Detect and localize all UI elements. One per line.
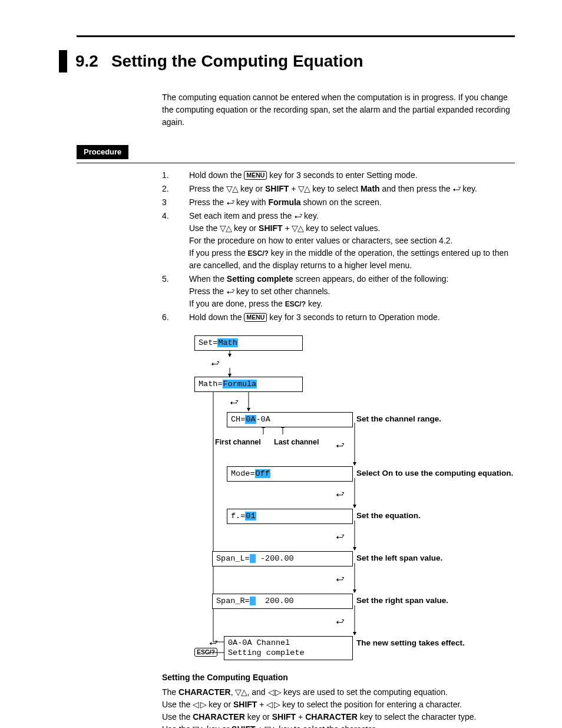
step-1: 1. Hold down the MENU key for 3 seconds …: [162, 169, 515, 182]
diagram-note-done: The new setting takes effect.: [356, 637, 465, 649]
leftright-key-icon: ◁ ▷: [266, 700, 280, 709]
procedure-label: Procedure: [77, 145, 128, 159]
bottom-heading: Setting the Computing Equation: [162, 671, 515, 684]
bottom-line-3: Use the CHARACTER key or SHIFT + CHARACT…: [162, 711, 515, 723]
updown-key-icon: ▽△: [226, 184, 238, 193]
updown-key-icon: ▽△: [265, 724, 276, 729]
updown-key-icon: ▽△: [235, 687, 247, 697]
diagram-note-ch: Set the channel range.: [356, 413, 441, 425]
step-5: 5. When the Setting complete screen appe…: [162, 273, 515, 310]
top-rule: [77, 35, 515, 37]
menu-key-icon: MENU: [244, 313, 267, 322]
enter-icon: ⮐: [336, 572, 345, 586]
enter-icon: ⮐: [336, 439, 345, 452]
esc-key-icon: ESC/?: [194, 648, 217, 657]
procedure-list: 1. Hold down the MENU key for 3 seconds …: [162, 169, 515, 324]
enter-key-icon: ⮐: [294, 211, 302, 220]
diagram-note-first-channel: First channel: [215, 437, 261, 448]
diagram-arrows: [135, 335, 515, 666]
enter-icon: ⮐: [336, 530, 345, 543]
diagram-note-mode: Select On to use the computing equation.: [356, 467, 513, 479]
step-6: 6. Hold down the MENU key for 3 seconds …: [162, 311, 515, 324]
diagram-box-spanr: Span_R= 200.00: [212, 594, 353, 609]
leftright-key-icon: ◁ ▷: [193, 700, 206, 709]
esc-key-label: ESC/?: [248, 249, 269, 258]
enter-icon: ⮐: [336, 487, 345, 501]
enter-icon: ⮐: [209, 636, 218, 650]
diagram-box-math: Math=Formula: [194, 377, 303, 392]
enter-key-icon: ⮐: [226, 197, 234, 207]
section-title: Setting the Computing Equation: [111, 49, 363, 74]
diagram-box-complete: 0A-0A Channel Setting complete: [224, 636, 353, 660]
intro-paragraph: The computing equation cannot be entered…: [162, 91, 515, 129]
diagram-box-f: f.=01: [227, 509, 353, 524]
section-number: 9.2: [75, 49, 98, 74]
diagram-note-spanl: Set the left span value.: [356, 552, 442, 564]
bottom-explanation: Setting the Computing Equation The CHARA…: [162, 671, 515, 729]
leftright-key-icon: ◁ ▷: [268, 687, 282, 697]
diagram-box-mode: Mode=Off: [227, 466, 353, 482]
updown-key-icon: ▽△: [298, 184, 310, 193]
diagram-note-last-channel: Last channel: [274, 437, 319, 448]
enter-icon: ⮐: [211, 357, 220, 370]
step-3: 3 Press the ⮐ key with Formula shown on …: [162, 196, 515, 209]
step-4: 4. Set each item and press the ⮐ key. Us…: [162, 210, 515, 272]
bottom-line-2: Use the ◁ ▷ key or SHIFT + ◁ ▷ key to se…: [162, 699, 515, 711]
updown-key-icon: ▽△: [292, 223, 303, 233]
updown-key-icon: ▽△: [193, 724, 204, 729]
enter-icon: ⮐: [336, 615, 345, 628]
diagram-box-ch: CH=0A-0A: [227, 412, 353, 427]
diagram-note-spanr: Set the right span value.: [356, 595, 448, 607]
procedure-rule: [77, 163, 515, 163]
updown-key-icon: ▽△: [220, 223, 232, 233]
enter-key-icon: ⮐: [452, 184, 460, 193]
enter-key-icon: ⮐: [226, 286, 234, 296]
section-bar-icon: [59, 50, 67, 73]
diagram-box-set: Set=Math: [194, 335, 303, 351]
diagram-note-f: Set the equation.: [356, 510, 421, 522]
page-title: 9.2 Setting the Computing Equation: [59, 49, 515, 74]
flow-diagram: Set=Math ⮐ Math=Formula ⮐ CH=0A-0A Set t…: [135, 335, 515, 666]
menu-key-icon: MENU: [244, 171, 267, 180]
esc-key-label: ESC/?: [285, 300, 306, 308]
bottom-line-4: Use the ▽△ key or SHIFT + ▽△ key to sele…: [162, 723, 515, 729]
bottom-line-1: The CHARACTER, ▽△, and ◁ ▷ keys are used…: [162, 686, 515, 699]
step-2: 2. Press the ▽△ key or SHIFT + ▽△ key to…: [162, 183, 515, 195]
diagram-box-spanl: Span_L= -200.00: [212, 551, 353, 566]
enter-icon: ⮐: [230, 396, 239, 409]
